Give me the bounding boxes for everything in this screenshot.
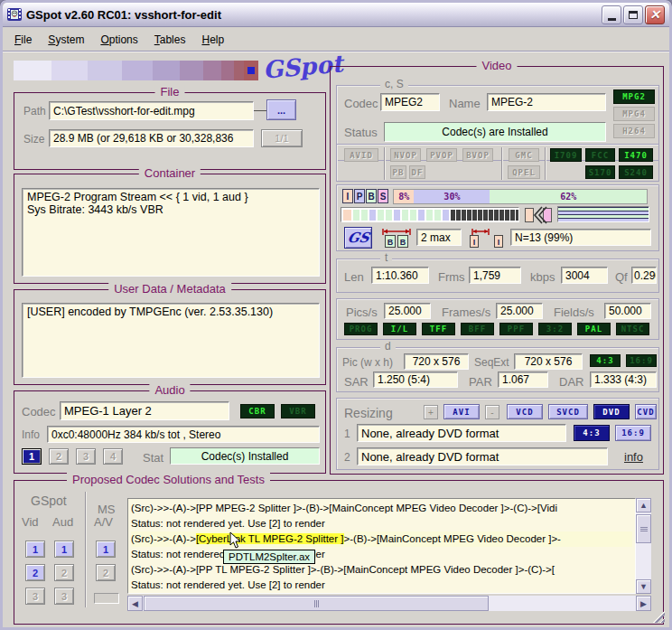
container-line-1: MPEG-2 Program Stream << { 1 vid, 1 aud … <box>27 191 314 203</box>
solution-line-6[interactable]: Status: not rendered yet. Use [2] to ren… <box>131 578 632 593</box>
vid-test-button-3[interactable]: 3 <box>25 588 45 605</box>
frame-type-legend: I P B S <box>342 189 388 203</box>
solution-line-1-text: (Src)->>-(A)->[PP MPEG-2 Splitter ]>-(B)… <box>131 503 557 513</box>
audio-track-button-1[interactable]: 1 <box>22 448 42 465</box>
vscroll-thumb[interactable] <box>636 514 651 543</box>
container-group: Container MPEG-2 Program Stream << { 1 v… <box>14 174 326 284</box>
flag-nvop: NVOP <box>390 148 421 162</box>
badge-bff: BFF <box>461 323 494 335</box>
audio-codec-field: MPEG-1 Layer 2 <box>60 401 229 420</box>
ms-column-label: MS <box>98 503 116 516</box>
vscroll-up-button[interactable]: ▲ <box>636 498 651 512</box>
pics-label: Pics/s <box>346 306 378 319</box>
gop-frame-B <box>353 210 359 221</box>
solutions-hscrollbar[interactable]: ◀ ▶ <box>127 596 651 611</box>
vscroll-down-button[interactable]: ▼ <box>636 579 651 594</box>
resize-svcd-button[interactable]: SVCD <box>548 404 588 419</box>
solutions-divider <box>85 492 86 607</box>
video-status-label: Status <box>344 126 378 139</box>
badge-ar-43: 4:3 <box>590 354 621 367</box>
b-frame-marker-icon: B B <box>380 227 413 251</box>
menu-options[interactable]: Options <box>92 30 145 50</box>
frms-field: 1,759 <box>469 267 521 284</box>
resize-info-link[interactable]: info <box>624 450 643 464</box>
frame-type-p: P <box>354 189 365 203</box>
window-title: GSpot v2.60 RC01: vsshort-for-edit <box>26 8 602 22</box>
resize-cvd-button[interactable]: CVD <box>635 404 657 419</box>
maximize-button[interactable] <box>623 5 643 24</box>
resize-plus-button[interactable]: + <box>424 405 438 419</box>
flag-i709: I709 <box>550 148 582 162</box>
gradient-segment <box>14 61 51 80</box>
resize-ar169-button[interactable]: 16:9 <box>615 425 651 441</box>
badge-mpg2: MPG2 <box>613 89 655 104</box>
solutions-vscrollbar[interactable]: ▲ ▼ <box>636 498 651 594</box>
solution-line-3[interactable]: (Src)->>-(A)->[CyberLink TL MPEG-2 Split… <box>131 531 632 547</box>
file-group-legend: File <box>155 85 185 99</box>
aud-test-button-1[interactable]: 1 <box>54 541 74 558</box>
aud-test-button-2[interactable]: 2 <box>54 564 74 581</box>
solution-line-3-post: >-(B)->[MainConcept MPEG Video Decoder ]… <box>344 533 561 544</box>
audio-info-field: 0xc0:48000Hz 384 kb/s tot , Stereo <box>47 426 320 443</box>
gop-frame-I <box>343 210 351 221</box>
solution-line-4[interactable]: Status: not rendered yet. Use [2] to ren… <box>131 547 632 562</box>
fields-field: 50.000 <box>604 303 651 319</box>
resize-dvd-button[interactable]: DVD <box>593 404 630 419</box>
gop-frame-unused <box>483 210 488 221</box>
menu-system[interactable]: System <box>40 30 92 50</box>
video-rates-panel: Pics/s 25.000 Frames/s 25.000 Fields/s 5… <box>336 298 659 340</box>
solution-line-2[interactable]: Status: not rendered yet. Use [2] to ren… <box>131 516 632 531</box>
gradient-segment <box>244 61 258 80</box>
audio-track-button-3[interactable]: 3 <box>76 448 96 465</box>
menu-bar: File System Options Tables Help <box>3 28 669 52</box>
vid-test-button-2[interactable]: 2 <box>25 564 45 581</box>
title-bar[interactable]: GSpot v2.60 RC01: vsshort-for-edit ✕ <box>3 3 669 27</box>
pct-segment-P: 30% <box>414 190 490 203</box>
gop-frame-unused <box>456 210 461 221</box>
quality-marker-icon <box>247 67 255 74</box>
qf-field: 0.290 <box>631 267 657 284</box>
frame-type-s: S <box>378 189 388 203</box>
close-button[interactable]: ✕ <box>645 5 665 24</box>
av-test-button-2[interactable]: 2 <box>96 564 116 581</box>
resize-ar43-button[interactable]: 4:3 <box>574 425 610 441</box>
hscroll-thumb[interactable] <box>144 596 489 611</box>
menu-file[interactable]: File <box>6 30 40 50</box>
audio-track-button-4[interactable]: 4 <box>103 448 123 465</box>
solution-line-5[interactable]: (Src)->>-(A)->[PP TL MPEG-2 Splitter ]>-… <box>131 562 632 578</box>
resize-avi-button[interactable]: AVI <box>443 404 480 419</box>
solution-line-1[interactable]: (Src)->>-(A)->[PP MPEG-2 Splitter ]>-(B)… <box>131 501 632 516</box>
gradient-segment <box>122 61 153 80</box>
page-indicator[interactable]: 1/1 <box>261 129 303 147</box>
minimize-button[interactable] <box>602 5 621 24</box>
hscroll-right-button[interactable]: ▶ <box>636 596 651 611</box>
gspot-analyze-button[interactable]: GS <box>344 227 372 249</box>
gop-frame-unused <box>462 210 466 221</box>
video-status-box: Codec(s) are Installed <box>384 122 606 142</box>
badge-ntsc: NTSC <box>616 323 649 335</box>
gop-frame-unused <box>494 210 499 221</box>
video-flags-panel: AVID NVOP PVOP BVOP PB DF GMC QPEL I709 … <box>336 144 659 182</box>
gradient-segment <box>180 61 203 80</box>
resizing-label: Resizing <box>344 406 393 420</box>
av-test-button-1[interactable]: 1 <box>96 541 116 558</box>
flag-s240: S240 <box>619 165 653 179</box>
qf-label: Qf <box>615 270 628 284</box>
menu-tables[interactable]: Tables <box>146 30 194 50</box>
hscroll-left-button[interactable]: ◀ <box>127 596 143 611</box>
vid-test-button-1[interactable]: 1 <box>25 541 45 558</box>
aud-test-button-3[interactable]: 3 <box>54 588 74 605</box>
menu-help[interactable]: Help <box>193 30 232 50</box>
resize-minus-button[interactable]: - <box>485 405 499 419</box>
container-line-2: Sys Bitrate: 3443 kb/s VBR <box>27 203 314 216</box>
sar-field: 1.250 (5:4) <box>373 371 458 388</box>
solutions-text-area[interactable]: (Src)->>-(A)->[PP MPEG-2 Splitter ]>-(B)… <box>127 498 636 594</box>
gop-frame-B <box>434 210 441 221</box>
selected-splitter-highlight[interactable]: [CyberLink TL MPEG-2 Splitter ] <box>196 533 344 544</box>
path-label: Path <box>23 105 46 118</box>
resize-vcd-button[interactable]: VCD <box>507 404 543 419</box>
frames-field: 25.000 <box>496 303 543 319</box>
browse-button[interactable]: ... <box>266 99 296 120</box>
path-field: C:\GTest\vsshort-for-edit.mpg <box>49 101 254 120</box>
audio-track-button-2[interactable]: 2 <box>49 448 69 465</box>
